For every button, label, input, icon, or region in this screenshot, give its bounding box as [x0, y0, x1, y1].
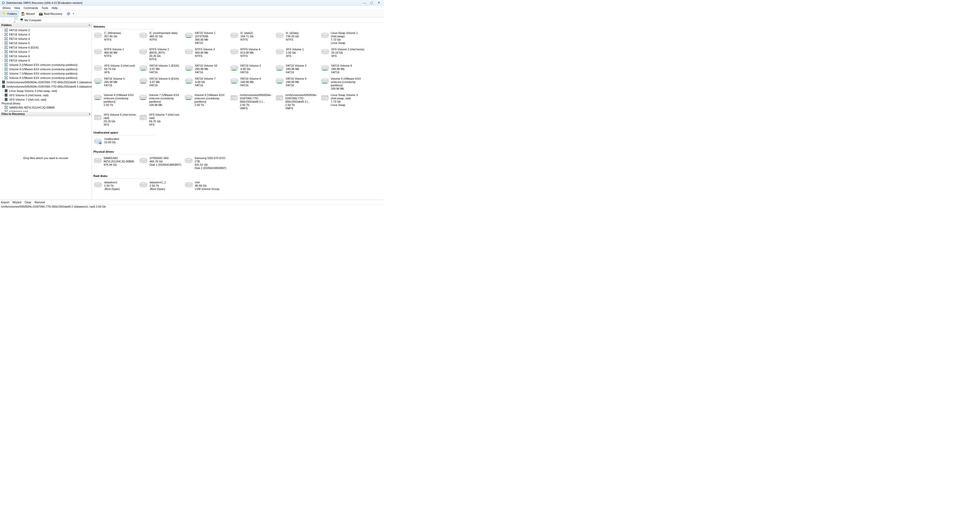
tree-item[interactable]: ›💽FAT16 Volume 9	[0, 58, 92, 62]
expand-icon[interactable]: ›	[1, 59, 4, 62]
volume-item[interactable]: H: (sData)736.20 GbNTFS	[275, 32, 321, 45]
volume-item[interactable]: XFS Volume 3 (rhel.root)59.75 GbXFS	[94, 64, 139, 74]
maximize-button[interactable]: ▢	[368, 0, 375, 5]
export-button[interactable]: Export	[1, 201, 9, 204]
expand-icon[interactable]: ›	[1, 64, 4, 66]
tree-item[interactable]: ›💽SAMSUNG MZVL2512HCJQ-00B00	[0, 105, 92, 110]
volume-item[interactable]: FAT16 Volume 6 (ESXi)3.97 MbFAT16	[139, 77, 184, 91]
close-button[interactable]: ✕	[375, 0, 382, 5]
panel-dropdown-icon[interactable]: ▾	[89, 24, 90, 27]
history-button[interactable]: 🕘▾	[14, 18, 18, 22]
volume-item[interactable]: FAT16 Volume 10285.98 MbFAT16	[184, 64, 230, 74]
files-to-recovery-header[interactable]: Files to Recovery ▾	[0, 112, 92, 116]
folder-tree[interactable]: ›💽FAT16 Volume 2›💽FAT16 Volume 3›💽FAT16 …	[0, 27, 92, 112]
tree-item[interactable]: ›🗄️Linux Swap Volume 3 (rhel.swap, raid)	[0, 89, 92, 93]
menu-help[interactable]: Help	[50, 6, 59, 10]
tree-item[interactable]: ›💽FAT16 Volume 7	[0, 49, 92, 54]
tree-item[interactable]: ›💽FAT16 Volume 6 (ESXi)	[0, 45, 92, 49]
expand-icon[interactable]: ›	[1, 68, 4, 70]
expand-icon[interactable]: ›	[1, 51, 4, 53]
volume-item[interactable]: FAT16 Volume 1 (ESXi)3.97 MbFAT16	[139, 64, 184, 74]
volume-item[interactable]: datastore12.50 TbJBod (Span)	[94, 181, 139, 191]
volume-item[interactable]: Linux Swap Volume 3 (rhel.swap, raid)7.7…	[321, 94, 366, 110]
tree-item[interactable]: ›🗄️XFS Volume 6 (rhel.home, raid)	[0, 93, 92, 97]
tree-item[interactable]: ›💽ST950042 3AS	[0, 110, 92, 112]
volume-item[interactable]: NTFS Volume 2 (BIOS_RVY)20.26 GbNTFS	[139, 48, 184, 61]
volume-item[interactable]: /vmfs/volumes/5850504c-01f07065-77f2-000…	[275, 94, 321, 110]
volume-item[interactable]: Volume 8 (VMware ESX vmkcore (coredump p…	[184, 94, 230, 110]
back-button[interactable]: ←	[2, 18, 6, 22]
volume-item[interactable]: Volume 7 (VMware ESX vmkcore (coredump p…	[139, 94, 184, 110]
menu-drives[interactable]: Drives	[1, 6, 12, 10]
wizard-link[interactable]: Wizard	[13, 201, 21, 204]
tree-item[interactable]: ›💽FAT16 Volume 8	[0, 54, 92, 58]
volume-item[interactable]: SAMSUNG MZVL2512HCJQ-00B00476.94 Gb	[94, 156, 139, 170]
raid-recovery-button[interactable]: 🗃️ Raid Recovery	[37, 11, 64, 17]
expand-icon[interactable]: ›	[1, 29, 4, 32]
expand-icon[interactable]: ›	[1, 42, 4, 45]
menu-commands[interactable]: Commands	[22, 6, 40, 10]
volume-item[interactable]: FAT16 Volume 24.00 GbFAT16	[230, 64, 275, 74]
volume-item[interactable]: FAT16 Volume 4249.98 MbFAT16	[321, 64, 366, 74]
tree-item[interactable]: ›💽FAT16 Volume 3	[0, 32, 92, 37]
volume-item[interactable]: datastore1_12.50 TbJBod (Span)	[139, 181, 184, 191]
tree-item[interactable]: ›💽FAT16 Volume 5	[0, 41, 92, 45]
menu-view[interactable]: View	[13, 6, 22, 10]
clear-button[interactable]: Clear	[24, 201, 31, 204]
expand-icon[interactable]: ›	[1, 38, 4, 40]
volume-item[interactable]: NTFS Volume 4613.00 MbNTFS	[230, 48, 275, 61]
volume-item[interactable]: G: (data2)194.71 GbNTFS	[230, 32, 275, 45]
volume-item[interactable]: C: (Windows)357.65 GbNTFS	[94, 32, 139, 45]
tree-item[interactable]: ›🗄️/vmfs/volumes/5850504c-01f07065-77f2-…	[0, 84, 92, 89]
tree-item[interactable]: ›💽Volume 3 (VMware ESX vmkcore (coredump…	[0, 62, 92, 67]
volume-item[interactable]: FAT16 Volume 74.00 GbFAT16	[184, 77, 230, 91]
folders-panel-header[interactable]: Folders ▾	[0, 23, 92, 27]
volume-item[interactable]: ?Unallocated10.00 Gb	[94, 137, 139, 145]
tree-item[interactable]: ›💽Volume 8 (VMware ESX vmkcore (coredump…	[0, 76, 92, 80]
volume-item[interactable]: /vmfs/volumes/5850504c-01f07065-77f2-000…	[230, 94, 275, 110]
expand-icon[interactable]: ›	[1, 72, 4, 75]
volume-item[interactable]: NTFS Volume 3450.00 MbNTFS	[184, 48, 230, 61]
volume-item[interactable]: FAT16 Volume 3249.98 MbFAT16	[275, 64, 321, 74]
volume-item[interactable]: FAT32 Volume 1 (SYSTEM)300.00 MbFAT32	[184, 32, 230, 45]
volume-item[interactable]: NTFS Volume 1980.00 MbNTFS	[94, 48, 139, 61]
tree-item[interactable]: ›💽FAT16 Volume 2	[0, 28, 92, 32]
volume-item[interactable]: XFS Volume 7 (rhel.root, raid)59.75 GbXF…	[139, 113, 184, 126]
folders-button[interactable]: 📁 Folders	[0, 11, 19, 17]
main-content[interactable]: Volumes C: (Windows)357.65 GbNTFSE: (non…	[92, 23, 384, 200]
forward-button[interactable]: →	[8, 18, 12, 22]
expand-icon[interactable]: ›	[1, 98, 4, 101]
tree-item[interactable]: ›🗄️XFS Volume 7 (rhel.root, raid)	[0, 97, 92, 102]
volume-item[interactable]: XFS Volume 6 (rhel.home, raid)29.18 GbXF…	[94, 113, 139, 126]
menu-tools[interactable]: Tools	[40, 6, 50, 10]
minimize-button[interactable]: —	[361, 0, 368, 5]
expand-icon[interactable]: ›	[1, 76, 4, 79]
remove-button[interactable]: Remove	[35, 201, 45, 204]
expand-icon[interactable]: ›	[1, 106, 4, 109]
tree-item[interactable]: ›🗄️/vmfs/volumes/5850504c-01f07065-77f2-…	[0, 80, 92, 84]
tree-item[interactable]: ›💽Volume 7 (VMware ESX vmkcore (coredump…	[0, 71, 92, 76]
volume-item[interactable]: FAT16 Volume 9249.98 MbFAT16	[275, 77, 321, 91]
expand-icon[interactable]: ›	[1, 46, 4, 49]
extra-tool-button[interactable]: ⚙️ ▾	[65, 11, 77, 17]
tree-item[interactable]: ›💽Volume 4 (VMware ESX vmkcore (coredump…	[0, 67, 92, 71]
volume-item[interactable]: rhel96.66 GbLVM Volume Group	[184, 181, 230, 191]
volume-item[interactable]: Volume 4 (VMware ESX vmkcore (coredump p…	[94, 94, 139, 110]
volume-item[interactable]: XFS Volume 11.00 GbXFS	[275, 48, 321, 61]
expand-icon[interactable]: ›	[1, 90, 4, 92]
volume-item[interactable]: Samsung SSD 870 EVO 1TB931.51 GbDisk 2 (…	[184, 156, 230, 170]
volume-item[interactable]: XFS Volume 2 (rhel.home)29.18 GbXFS	[321, 48, 366, 61]
panel-dropdown-icon[interactable]: ▾	[89, 113, 90, 115]
tree-item[interactable]: ›💽FAT16 Volume 4	[0, 37, 92, 41]
volume-item[interactable]: E: (nonImportant data)465.32 GbNTFS	[139, 32, 184, 45]
wizard-button[interactable]: 🧙 Wizard	[19, 11, 37, 17]
expand-icon[interactable]: ›	[1, 55, 4, 57]
address-path[interactable]: 🖥️ My Computer	[20, 18, 41, 22]
volume-item[interactable]: FAT16 Volume 5285.98 MbFAT16	[94, 77, 139, 91]
volume-item[interactable]: FAT16 Volume 8249.98 MbFAT16	[230, 77, 275, 91]
volume-item[interactable]: ST950042 3AS465.76 GbDisk 1 (DD564198838…	[139, 156, 184, 170]
expand-icon[interactable]: ›	[1, 94, 4, 97]
expand-icon[interactable]: ›	[1, 33, 4, 36]
drop-zone[interactable]: Drop files which you want to recover	[0, 116, 92, 200]
volume-item[interactable]: Linux Swap Volume 1 (rhel.swap)7.73 GbLi…	[321, 32, 366, 45]
